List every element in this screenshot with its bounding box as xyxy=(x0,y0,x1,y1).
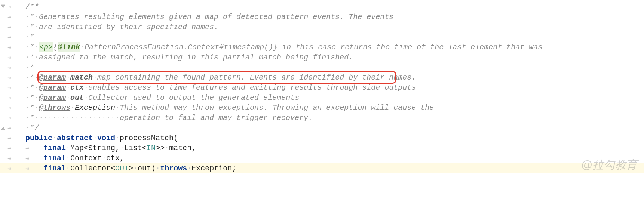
javadoc-param-name: match xyxy=(70,72,93,83)
whitespace-dot xyxy=(25,72,30,83)
whitespace-tab xyxy=(7,133,25,143)
gutter xyxy=(0,113,7,123)
fold-collapse-icon[interactable] xyxy=(1,126,6,130)
code-line[interactable]: * xyxy=(0,32,644,42)
javadoc-throws-name: Exception xyxy=(75,103,115,113)
javadoc-param-tag: @param xyxy=(39,93,66,103)
gutter xyxy=(0,133,7,143)
gutter xyxy=(0,52,7,62)
whitespace-tab xyxy=(7,153,25,164)
type-map: Map xyxy=(70,143,84,153)
gutter xyxy=(0,103,7,113)
javadoc-text: in this case returns the time of the las… xyxy=(277,42,542,52)
javadoc-star: * xyxy=(30,32,34,42)
whitespace-tab xyxy=(25,163,43,174)
code-line[interactable]: public abstract void processMatch( xyxy=(0,133,644,143)
whitespace-dot xyxy=(25,22,30,32)
code-editor[interactable]: /** * Generates resulting elements given… xyxy=(0,0,644,173)
comma: , xyxy=(120,153,124,163)
whitespace-tab xyxy=(7,103,25,113)
javadoc-close: */ xyxy=(30,123,39,133)
whitespace-tab xyxy=(7,123,25,133)
whitespace-dot xyxy=(79,113,84,123)
whitespace-tab xyxy=(7,163,25,174)
code-line[interactable]: * are identified by their specified name… xyxy=(0,22,644,32)
javadoc-star: * xyxy=(30,62,34,72)
javadoc-param-tag: @param xyxy=(39,83,66,93)
whitespace-dot xyxy=(93,113,97,123)
code-line[interactable]: /** xyxy=(0,2,644,12)
code-line[interactable]: * Generates resulting elements given a m… xyxy=(0,12,644,22)
whitespace-dot xyxy=(25,103,30,113)
code-line[interactable]: * <p>{@linkPatternProcessFunction.Contex… xyxy=(0,42,644,52)
whitespace-tab xyxy=(25,143,43,154)
param-out: out xyxy=(138,163,151,173)
whitespace-dot xyxy=(75,113,79,123)
gutter xyxy=(0,22,7,32)
javadoc-text: are identified by their specified names. xyxy=(39,22,218,32)
angle-open: < xyxy=(142,143,147,153)
whitespace-dot xyxy=(165,143,169,153)
javadoc-text: assigned to the match, resulting in this… xyxy=(39,52,353,62)
javadoc-brace: { xyxy=(53,42,58,52)
fold-collapse-icon[interactable] xyxy=(1,4,6,9)
whitespace-dot xyxy=(97,113,102,123)
whitespace-tab xyxy=(7,32,25,43)
whitespace-dot xyxy=(70,103,75,113)
whitespace-tab xyxy=(25,153,43,164)
whitespace-tab xyxy=(7,52,25,63)
javadoc-html-tag: <p> xyxy=(39,42,53,52)
whitespace-dot xyxy=(25,113,30,123)
code-line[interactable]: * assigned to the match, resulting in th… xyxy=(0,52,644,62)
keyword-void: void xyxy=(97,133,115,143)
code-line[interactable]: * xyxy=(0,62,644,72)
code-line[interactable]: * @param out Collector used to output th… xyxy=(0,93,644,103)
javadoc-text: Generates resulting elements given a map… xyxy=(39,12,393,22)
method-name: processMatch xyxy=(120,133,174,143)
javadoc-star: * xyxy=(30,52,34,62)
whitespace-dot xyxy=(52,113,57,123)
javadoc-star: * xyxy=(30,113,34,123)
code-line[interactable]: */ xyxy=(0,123,644,133)
whitespace-dot xyxy=(34,93,39,103)
whitespace-dot xyxy=(111,113,115,123)
code-line[interactable]: * @throws Exception This method may thro… xyxy=(0,103,644,113)
whitespace-dot xyxy=(115,133,120,143)
whitespace-dot xyxy=(102,113,106,123)
code-line[interactable]: final Context ctx, xyxy=(0,153,644,163)
javadoc-param-name: out xyxy=(70,93,84,103)
type-context: Context xyxy=(70,153,102,163)
whitespace-tab xyxy=(7,72,25,83)
code-line-active[interactable]: final Collector<OUT> out) throws Excepti… xyxy=(0,163,644,173)
gutter xyxy=(0,62,7,72)
whitespace-dot xyxy=(66,93,70,103)
javadoc-throws-desc: operation to fail and may trigger recove… xyxy=(120,113,313,123)
code-line[interactable]: * @param ctx enables access to time feat… xyxy=(0,83,644,93)
whitespace-dot xyxy=(70,113,75,123)
code-line[interactable]: final Map<String, List<IN>> match, xyxy=(0,143,644,153)
angle-close: >> xyxy=(156,143,165,153)
type-param-in: IN xyxy=(147,143,156,153)
code-line[interactable]: * @param match map containing the found … xyxy=(0,72,644,83)
whitespace-dot xyxy=(52,133,57,143)
whitespace-dot xyxy=(88,113,93,123)
param-match: match xyxy=(169,143,191,153)
whitespace-dot xyxy=(66,153,70,163)
whitespace-dot xyxy=(84,83,88,93)
code-line[interactable]: * operation to fail and may trigger reco… xyxy=(0,113,644,123)
javadoc-star: * xyxy=(30,103,34,113)
paren-open: ( xyxy=(174,133,178,143)
comma: , xyxy=(191,143,196,153)
whitespace-tab xyxy=(7,113,25,123)
whitespace-dot xyxy=(48,113,52,123)
javadoc-throws-tag: @throws xyxy=(39,103,70,113)
javadoc-star: * xyxy=(30,12,34,22)
whitespace-dot xyxy=(187,163,191,173)
javadoc-param-desc: Collector used to output the generated e… xyxy=(88,93,299,103)
comma: , xyxy=(115,143,120,153)
whitespace-dot xyxy=(106,113,111,123)
whitespace-tab xyxy=(7,12,25,22)
whitespace-tab xyxy=(7,42,25,53)
keyword-throws: throws xyxy=(160,163,187,173)
javadoc-star: * xyxy=(30,93,34,103)
